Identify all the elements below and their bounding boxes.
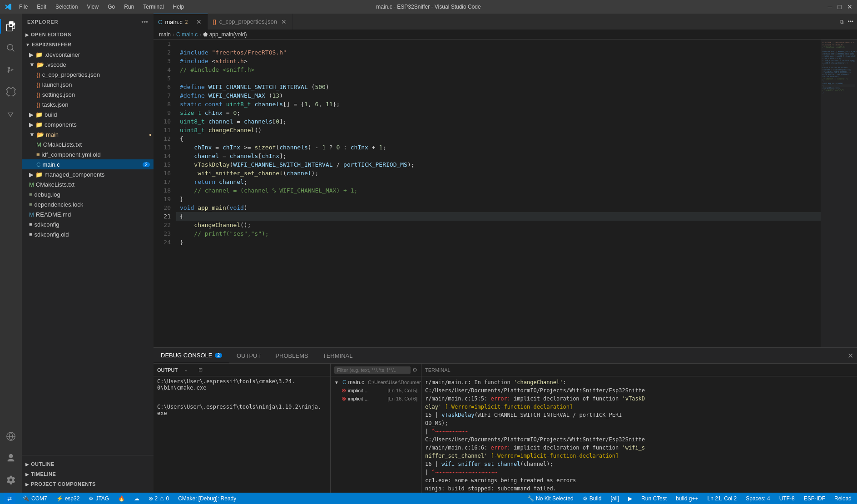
- panel-tab-problems[interactable]: PROBLEMS: [268, 348, 315, 363]
- problems-file-row[interactable]: ▼ C main.c C:\Users\User\Document: [331, 378, 421, 386]
- sdkconfig-name: sdkconfig: [35, 221, 59, 228]
- open-editors-section[interactable]: ▶ OPEN EDITORS: [22, 30, 154, 40]
- status-errors[interactable]: ⊗ 2 ⚠ 0: [147, 495, 171, 502]
- status-build-gpp[interactable]: build g++: [674, 495, 700, 502]
- tree-item-cpp-props[interactable]: {} c_cpp_properties.json: [22, 69, 154, 79]
- status-cmake[interactable]: CMake: [Debug]: Ready: [176, 495, 238, 502]
- status-reload[interactable]: Reload: [832, 495, 853, 502]
- sidebar-more-icon[interactable]: •••: [141, 18, 148, 25]
- breadcrumb-file[interactable]: C main.c: [176, 31, 198, 38]
- panel-tab-terminal[interactable]: TERMINAL: [316, 348, 360, 363]
- minimap[interactable]: #include "freertos/FreeRTOS.h" #include …: [821, 40, 857, 347]
- status-cursor[interactable]: Ln 21, Col 2: [706, 495, 739, 502]
- status-build[interactable]: ⚙ Build: [581, 495, 604, 502]
- tree-item-sdkconfig[interactable]: ≡ sdkconfig: [22, 219, 154, 229]
- menu-run[interactable]: Run: [120, 3, 138, 11]
- status-remote[interactable]: ⇄: [4, 493, 15, 504]
- panel-tab-debug-console[interactable]: DEBUG CONSOLE 2: [154, 348, 229, 363]
- menu-selection[interactable]: Selection: [52, 3, 81, 11]
- more-actions-icon[interactable]: •••: [847, 19, 853, 25]
- split-editor-icon[interactable]: ⧉: [840, 19, 844, 25]
- status-no-kit[interactable]: 🔧 No Kit Selected: [525, 495, 575, 502]
- menu-file[interactable]: File: [15, 3, 31, 11]
- tree-item-components[interactable]: ▶ 📁 components: [22, 119, 154, 129]
- status-reload-text: Reload: [834, 495, 852, 502]
- activity-search[interactable]: [0, 37, 22, 59]
- menu-help[interactable]: Help: [169, 3, 188, 11]
- line-num-14: 14: [154, 152, 176, 160]
- tab-actions[interactable]: ⧉ •••: [840, 14, 857, 30]
- problems-label: PROBLEMS: [275, 352, 308, 359]
- status-build-all[interactable]: [all]: [609, 495, 621, 502]
- project-section[interactable]: ▼ ESP32SNIFFER: [22, 40, 154, 49]
- status-run-ctest[interactable]: Run CTest: [639, 495, 669, 502]
- menu-terminal[interactable]: Terminal: [139, 3, 167, 11]
- status-eol[interactable]: ESP-IDF: [802, 495, 827, 502]
- tree-item-sdkconfig-old[interactable]: ≡ sdkconfig.old: [22, 229, 154, 239]
- window-controls[interactable]: ─ □ ✕: [828, 3, 852, 10]
- tab-cpp-props[interactable]: {} c_cpp_properties.json ✕: [208, 14, 293, 30]
- activity-explorer[interactable]: [0, 15, 22, 37]
- tree-item-cmake-main[interactable]: M CMakeLists.txt: [22, 139, 154, 149]
- minimize-button[interactable]: ─: [828, 3, 832, 10]
- panel-tab-output[interactable]: OUTPUT: [229, 348, 268, 363]
- tree-item-main-c[interactable]: C main.c 2: [22, 159, 154, 169]
- code-line-20: void app_main(void): [176, 203, 821, 212]
- output-collapse-button[interactable]: ⌄: [179, 364, 192, 376]
- status-run[interactable]: ▶: [626, 495, 634, 502]
- timeline-label: TIMELINE: [31, 471, 56, 477]
- terminal-content[interactable]: r/main/main.c: In function 'changeChanne…: [421, 376, 857, 493]
- output-maximize-button[interactable]: ⊡: [194, 364, 207, 376]
- activity-extensions[interactable]: [0, 81, 22, 103]
- menu-edit[interactable]: Edit: [33, 3, 50, 11]
- tree-item-readme[interactable]: M README.md: [22, 209, 154, 219]
- status-fire[interactable]: 🔥: [116, 495, 127, 502]
- tree-item-settings[interactable]: {} settings.json: [22, 89, 154, 99]
- activity-remote[interactable]: [0, 425, 22, 447]
- tree-item-build[interactable]: ▶ 📁 build: [22, 109, 154, 119]
- activity-settings[interactable]: [0, 469, 22, 491]
- tree-item-cmake-root[interactable]: M CMakeLists.txt: [22, 179, 154, 189]
- settings-icon: {}: [36, 91, 40, 98]
- tree-item-launch[interactable]: {} launch.json: [22, 79, 154, 89]
- tree-item-managed[interactable]: ▶ 📁 managed_components: [22, 169, 154, 179]
- window-title: main.c - ESP32Sniffer - Visual Studio Co…: [376, 4, 481, 10]
- tree-item-debug-log[interactable]: ≡ debug.log: [22, 189, 154, 199]
- close-button[interactable]: ✕: [847, 3, 852, 10]
- tree-item-main[interactable]: ▼ 📂 main ●: [22, 129, 154, 139]
- breadcrumb-main[interactable]: main: [159, 31, 171, 38]
- menu-view[interactable]: View: [83, 3, 102, 11]
- menu-go[interactable]: Go: [104, 3, 119, 11]
- tree-item-tasks[interactable]: {} tasks.json: [22, 99, 154, 109]
- problems-filter-icon[interactable]: ⚙: [412, 367, 417, 373]
- status-board[interactable]: ⚡ esp32: [54, 495, 82, 502]
- activity-accounts[interactable]: [0, 447, 22, 469]
- breadcrumb-symbol[interactable]: ⬟ app_main(void): [203, 31, 247, 38]
- status-env[interactable]: ☁: [132, 495, 141, 502]
- tree-item-devcontainer[interactable]: ▶ 📁 .devcontainer: [22, 49, 154, 59]
- restore-button[interactable]: □: [838, 3, 842, 10]
- prob-error-2[interactable]: ⊗ implicit ... [Ln 16, Col 6]: [331, 395, 421, 403]
- tab-cpp-props-close[interactable]: ✕: [280, 18, 288, 26]
- prob-error-1[interactable]: ⊗ implicit ... [Ln 15, Col 5]: [331, 386, 421, 395]
- code-area[interactable]: #include "freertos/FreeRTOS.h" #include …: [176, 40, 821, 347]
- problems-filter-input[interactable]: [334, 366, 411, 374]
- status-encoding[interactable]: UTF-8: [778, 495, 797, 502]
- tree-item-vscode[interactable]: ▼ 📂 .vscode: [22, 59, 154, 69]
- status-port[interactable]: 🔌 COM7: [21, 495, 49, 502]
- tree-item-idf[interactable]: ≡ idf_component.yml.old: [22, 149, 154, 159]
- timeline-section[interactable]: ▶ TIMELINE: [22, 469, 154, 479]
- tree-item-deps-lock[interactable]: ≡ dependencies.lock: [22, 199, 154, 209]
- activity-source-control[interactable]: [0, 59, 22, 81]
- panel-close-icon[interactable]: ✕: [847, 351, 853, 360]
- status-jtag[interactable]: ⚙ JTAG: [87, 495, 111, 502]
- sidebar-actions[interactable]: •••: [141, 18, 148, 25]
- outline-section[interactable]: ▶ OUTLINE: [22, 459, 154, 469]
- activity-debug[interactable]: [0, 103, 22, 124]
- status-spaces[interactable]: Spaces: 4: [744, 495, 772, 502]
- tab-main-c-close[interactable]: ✕: [195, 18, 203, 26]
- panel-close[interactable]: ✕: [847, 348, 857, 363]
- titlebar-menu[interactable]: File Edit Selection View Go Run Terminal…: [15, 3, 188, 11]
- tab-main-c[interactable]: C main.c 2 ✕: [154, 14, 208, 30]
- project-components-section[interactable]: ▶ PROJECT COMPONENTS: [22, 479, 154, 489]
